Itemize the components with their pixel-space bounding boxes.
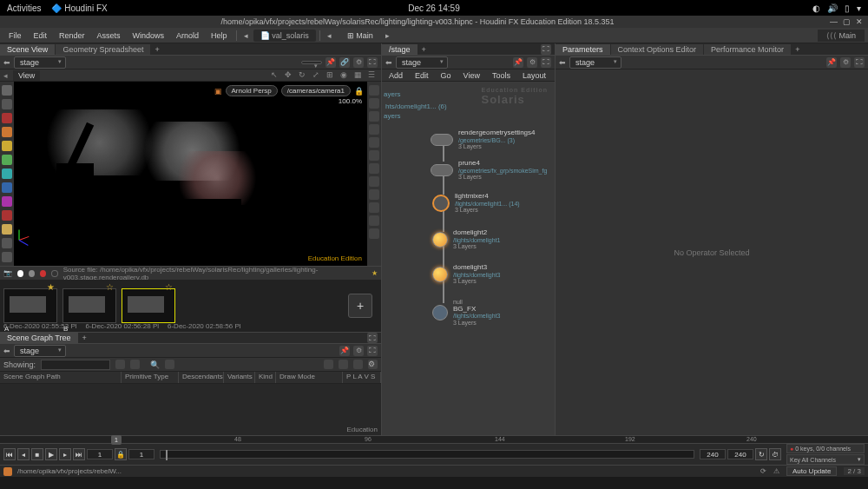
node-graph[interactable]: Education Edition Solaris ayers hts/dome… [382,82,555,435]
pane-max[interactable]: ⛶ [367,333,378,343]
play-last[interactable]: ⏭ [73,448,85,460]
frame-end[interactable]: 240 [727,449,753,459]
play-first[interactable]: ⏮ [3,448,16,460]
options-tool-icon[interactable]: ☰ [368,70,378,80]
power-icon[interactable]: ▾ [857,3,861,13]
lock-icon[interactable]: 🔒 [354,87,364,96]
keys-info[interactable]: ●0 keys, 0/0 channels [786,444,865,453]
display-opt-icon[interactable] [369,85,379,96]
tab-add[interactable]: + [151,44,162,55]
col-var[interactable]: Variants [224,372,255,383]
tool-icon-green[interactable] [2,155,12,165]
ng-tools[interactable]: Tools [489,70,514,81]
key-all[interactable]: Key All Channels▾ [786,454,865,465]
display-opt-icon[interactable] [369,98,379,109]
pin-icon[interactable]: 📌 [513,57,523,68]
display-opt-icon[interactable] [369,215,379,226]
display-opt-icon[interactable] [369,163,379,174]
menu-help[interactable]: Help [206,30,233,42]
dot-b[interactable] [29,270,35,277]
auto-update[interactable]: Auto Update [786,466,837,476]
snapshot-c[interactable]: ☆ [122,288,175,323]
stage-path[interactable]: stage [396,56,448,69]
star-icon[interactable]: ★ [47,282,55,292]
col-icon[interactable] [324,360,333,369]
display-tool-icon[interactable]: ◉ [340,70,350,80]
tool-icon-red2[interactable] [2,210,12,221]
tab-scene-view[interactable]: Scene View [0,44,55,55]
activities-menu[interactable]: Activities [7,3,41,13]
col-flags[interactable]: P L A V S [343,372,381,383]
col-path[interactable]: Scene Graph Path [0,372,122,383]
build-chip[interactable]: ⊞ Main [340,30,380,42]
frame-current[interactable]: 1 [87,449,113,459]
camera-chip[interactable]: /cameras/camera1 [281,85,351,96]
tab-parameters[interactable]: Parameters [556,44,610,55]
timeline-ruler[interactable]: 1 48 96 144 192 240 1 [0,436,868,444]
tab-geo-spreadsheet[interactable]: Geometry Spreadsheet [56,44,150,55]
minimize-button[interactable]: — [830,17,838,26]
cook-icon[interactable]: ⟳ [760,467,766,475]
path-back[interactable]: ⬅ [385,58,392,67]
ng-layout[interactable]: Layout [519,70,549,81]
node-rendergeosettings[interactable]: rendergeometrysettings4/geometries/BG...… [431,129,536,150]
render-tool-icon[interactable]: ▦ [354,70,364,80]
tool-icon[interactable] [2,99,12,109]
maximize-button[interactable]: ▢ [843,17,851,26]
home-icon[interactable] [3,467,12,476]
ng-view[interactable]: View [460,70,483,81]
display-opt-icon[interactable] [369,189,379,200]
gear-icon[interactable]: ⚙ [840,57,851,68]
col-type[interactable]: Primitive Type [122,372,179,383]
select-tool-icon[interactable]: ↖ [271,70,280,80]
loop-icon[interactable]: ↻ [755,448,767,460]
pin-icon[interactable]: 📌 [826,57,837,68]
close-button[interactable]: ✕ [856,17,863,26]
col-draw[interactable]: Draw Mode [276,372,343,383]
network-icon[interactable]: ◐ [812,3,820,13]
tool-icon-orange[interactable] [2,127,12,137]
menu-edit[interactable]: Edit [29,30,53,42]
tab-add[interactable]: + [792,44,803,55]
tool-icon-cyan[interactable] [2,169,12,179]
realtime-icon[interactable]: ⏱ [769,448,781,460]
right-desktop[interactable]: ⟨⟨⟨ Main [818,30,865,42]
ng-add[interactable]: Add [385,70,406,81]
warn-icon[interactable]: ⚠ [773,467,779,475]
link-icon[interactable]: 🔗 [339,57,350,68]
ng-go[interactable]: Go [437,70,455,81]
menu-file[interactable]: File [3,30,27,42]
tab-context-options[interactable]: Context Options Editor [611,44,704,55]
workspace-indicator[interactable]: 2 / 3 [844,467,865,475]
play-stop[interactable]: ■ [31,448,43,460]
tool-icon-yellow[interactable] [2,141,12,151]
range-lock[interactable]: 🔒 [115,448,127,460]
capture-icon[interactable]: 📷 [3,269,12,277]
node-domelight3[interactable]: domelight3/lights/domelight33 Layers [432,264,500,285]
col-kind[interactable]: Kind [255,372,276,383]
snapshot-b[interactable]: ☆B [62,288,116,323]
display-opt-icon[interactable] [369,124,379,135]
node-bgfx[interactable]: nullBG_FX/lights/domelight33 Layers [432,299,500,327]
pane-max[interactable]: ⛶ [541,44,551,55]
status-path[interactable]: /home/opika/vfx/projects/rebelW... [17,467,122,475]
rotate-tool-icon[interactable]: ↻ [299,70,308,80]
renderer-chip[interactable]: Arnold Persp [226,85,278,96]
sgt-body[interactable]: Education [0,384,381,435]
node-domelight2[interactable]: domelight2/lights/domelight13 Layers [432,229,500,250]
node-prune[interactable]: prune4/geometries/fx_grp/smokeSim_fg3 La… [431,160,547,181]
ng-edit[interactable]: Edit [411,70,432,81]
axis-gizmo[interactable] [19,240,40,261]
path-back[interactable]: ⬅ [3,58,10,67]
build-prev[interactable]: ◂ [324,31,335,40]
play-play[interactable]: ▶ [45,448,57,460]
col-icon[interactable] [353,360,363,369]
desktop-chip[interactable]: 📄 val_solaris [253,30,316,42]
filter-icon[interactable] [130,360,140,369]
node-lightmixer[interactable]: lightmixer4/lights/domelight1... (14)3 L… [432,193,520,214]
menu-windows[interactable]: Windows [128,30,170,42]
path-back[interactable]: ⬅ [3,347,10,355]
menu-arnold[interactable]: Arnold [171,30,204,42]
play-next[interactable]: ▸ [59,448,71,460]
view-label[interactable]: View [13,70,40,81]
